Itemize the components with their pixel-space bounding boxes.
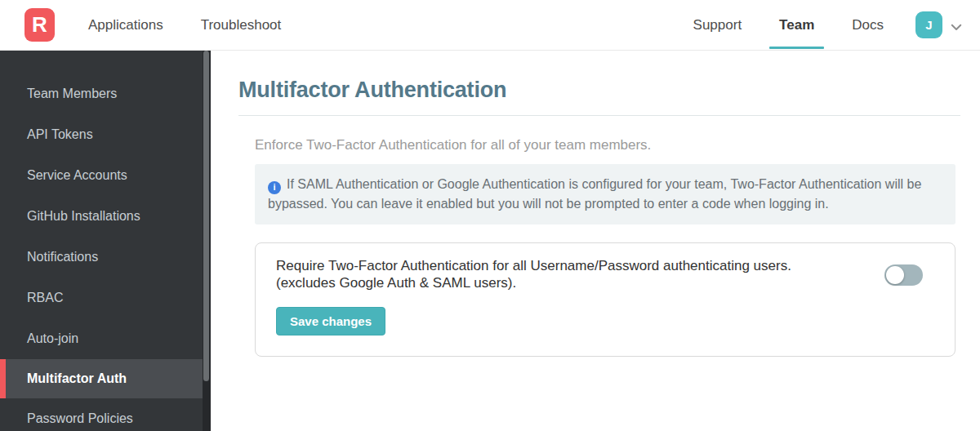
nav-item-applications[interactable]: Applications (88, 17, 163, 33)
nav-item-troubleshoot[interactable]: Troubleshoot (201, 17, 282, 33)
settings-panel: Enforce Two-Factor Authentication for al… (255, 137, 956, 357)
sidebar-nav-list: Team Members API Tokens Service Accounts… (0, 51, 211, 431)
sidebar-item-github-installations[interactable]: GitHub Installations (0, 196, 211, 237)
sidebar-item-api-tokens[interactable]: API Tokens (0, 114, 211, 155)
setting-description-line2: (excludes Google Auth & SAML users). (276, 274, 868, 291)
sidebar-item-team-members[interactable]: Team Members (0, 73, 211, 114)
mfa-setting-card: Require Two-Factor Authentication for al… (255, 242, 956, 357)
nav-item-support[interactable]: Support (693, 0, 742, 50)
primary-nav: Applications Troubleshoot (88, 17, 281, 33)
top-navbar: R Applications Troubleshoot Support Team… (0, 0, 980, 51)
title-divider (238, 115, 960, 116)
page-description: Enforce Two-Factor Authentication for al… (255, 137, 956, 153)
rollbar-logo[interactable]: R (24, 8, 55, 42)
sidebar-item-multifactor-auth[interactable]: Multifactor Auth (0, 359, 203, 398)
info-icon: i (268, 181, 281, 194)
user-avatar[interactable]: J (915, 11, 942, 38)
nav-item-team[interactable]: Team (779, 0, 814, 50)
page-title: Multifactor Authentication (238, 78, 960, 103)
info-banner-text: If SAML Authentication or Google Authent… (268, 177, 921, 211)
sidebar-item-rbac[interactable]: RBAC (0, 278, 211, 318)
sidebar-item-auto-join[interactable]: Auto-join (0, 318, 211, 359)
sidebar-item-service-accounts[interactable]: Service Accounts (0, 155, 211, 196)
avatar-initial: J (925, 18, 932, 32)
sidebar-item-password-policies[interactable]: Password Policies (0, 398, 211, 431)
toggle-knob (886, 266, 904, 284)
sidebar: Team Members API Tokens Service Accounts… (0, 51, 211, 431)
main-content: Multifactor Authentication Enforce Two-F… (211, 51, 980, 431)
save-changes-button[interactable]: Save changes (276, 307, 385, 335)
sidebar-item-notifications[interactable]: Notifications (0, 237, 211, 278)
nav-item-docs[interactable]: Docs (852, 0, 884, 50)
chevron-down-icon[interactable] (949, 20, 964, 34)
rollbar-logo-letter: R (32, 12, 47, 38)
mfa-setting-text-block: Require Two-Factor Authentication for al… (276, 257, 868, 335)
sidebar-scrollbar-thumb[interactable] (203, 51, 209, 381)
info-banner: iIf SAML Authentication or Google Authen… (255, 164, 956, 224)
two-factor-toggle[interactable] (884, 264, 923, 286)
sidebar-scrollbar-track[interactable] (203, 51, 211, 431)
secondary-nav: Support Team Docs J (675, 0, 980, 50)
setting-description-line1: Require Two-Factor Authentication for al… (276, 257, 868, 274)
